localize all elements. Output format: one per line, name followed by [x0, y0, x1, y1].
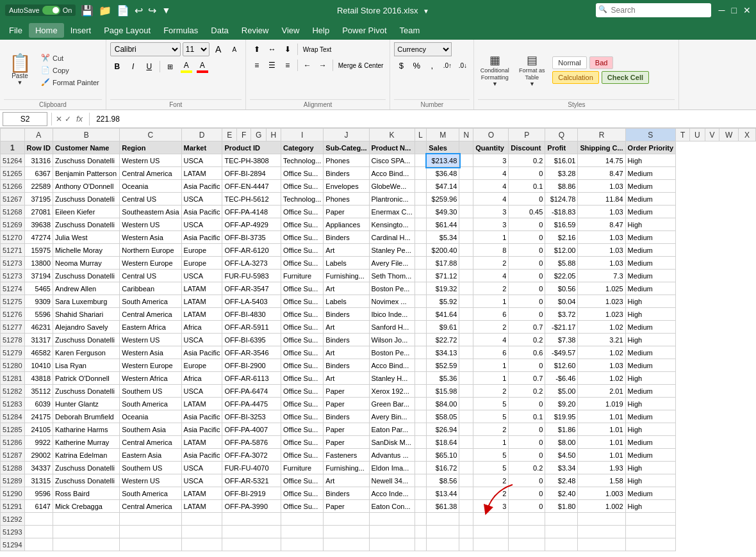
- table-cell[interactable]: 3: [473, 154, 509, 167]
- format-painter-button[interactable]: 🖌️ Format Painter: [38, 77, 102, 88]
- table-cell[interactable]: $8.00: [545, 436, 578, 449]
- table-cell[interactable]: 8.47: [578, 167, 625, 180]
- table-cell[interactable]: Medium: [625, 231, 676, 244]
- table-cell[interactable]: High: [625, 398, 676, 410]
- table-cell[interactable]: [415, 372, 427, 385]
- table-cell[interactable]: Office Su...: [281, 385, 324, 398]
- close-icon[interactable]: ✕: [743, 5, 751, 15]
- table-cell[interactable]: 47274: [24, 231, 53, 244]
- table-cell[interactable]: 1.023: [578, 295, 625, 308]
- table-cell[interactable]: 0: [509, 270, 545, 282]
- align-center-button[interactable]: ☰: [265, 58, 279, 72]
- menu-help[interactable]: Help: [306, 23, 336, 38]
- table-cell[interactable]: [415, 154, 427, 167]
- table-cell[interactable]: Medium: [625, 449, 676, 462]
- table-cell[interactable]: Zuschuss Donatelli: [53, 193, 120, 206]
- table-cell[interactable]: Medium: [625, 436, 676, 449]
- table-cell[interactable]: Eldon Ima...: [369, 462, 415, 474]
- table-cell[interactable]: Technolog...: [281, 154, 324, 167]
- table-cell[interactable]: [415, 321, 427, 334]
- table-cell[interactable]: 0: [509, 308, 545, 321]
- align-right-button[interactable]: ≡: [281, 58, 295, 72]
- table-cell[interactable]: Zuschuss Donatelli: [53, 218, 120, 231]
- table-cell[interactable]: 1.03: [578, 206, 625, 218]
- table-cell[interactable]: 1.03: [578, 231, 625, 244]
- table-cell[interactable]: [415, 500, 427, 513]
- table-cell[interactable]: [281, 526, 324, 538]
- table-cell[interactable]: 0: [509, 500, 545, 513]
- align-middle-button[interactable]: ↔: [265, 42, 279, 56]
- table-cell[interactable]: Binders: [324, 487, 369, 500]
- table-cell[interactable]: USCA: [181, 474, 222, 487]
- table-cell[interactable]: 0.2: [509, 462, 545, 474]
- table-cell[interactable]: GlobeWe...: [369, 180, 415, 193]
- table-cell[interactable]: Office Su...: [281, 244, 324, 257]
- table-cell[interactable]: 0: [509, 167, 545, 180]
- menu-file[interactable]: File: [3, 23, 29, 38]
- table-cell[interactable]: [181, 513, 222, 526]
- table-cell[interactable]: 0: [509, 474, 545, 487]
- table-cell[interactable]: Medium: [625, 359, 676, 372]
- table-cell[interactable]: 1: [473, 231, 509, 244]
- table-cell[interactable]: Office Su...: [281, 282, 324, 295]
- table-cell[interactable]: 9596: [24, 487, 53, 500]
- table-cell[interactable]: Medium: [625, 346, 676, 359]
- table-cell[interactable]: 9309: [24, 295, 53, 308]
- more-tools-icon[interactable]: ▼: [161, 5, 170, 15]
- table-cell[interactable]: 2.01: [578, 385, 625, 398]
- table-cell[interactable]: Zuschuss Donatelli: [53, 334, 120, 346]
- table-cell[interactable]: [459, 167, 473, 180]
- table-cell[interactable]: High: [625, 334, 676, 346]
- align-top-button[interactable]: ⬆: [250, 42, 264, 56]
- table-cell[interactable]: 0.1: [509, 410, 545, 423]
- table-cell[interactable]: Southern Asia: [120, 423, 181, 436]
- table-cell[interactable]: 1.93: [578, 462, 625, 474]
- table-cell[interactable]: [415, 436, 427, 449]
- table-cell[interactable]: Labels: [324, 295, 369, 308]
- table-cell[interactable]: SanDisk M...: [369, 436, 415, 449]
- table-cell[interactable]: $1.80: [545, 500, 578, 513]
- table-cell[interactable]: Caribbean: [120, 282, 181, 295]
- table-cell[interactable]: Art: [324, 244, 369, 257]
- table-cell[interactable]: $65.10: [427, 449, 459, 462]
- menu-data[interactable]: Data: [204, 23, 234, 38]
- table-cell[interactable]: [181, 526, 222, 538]
- col-l[interactable]: L: [415, 129, 427, 141]
- table-cell[interactable]: 11.84: [578, 193, 625, 206]
- table-cell[interactable]: Avery Bin...: [369, 410, 415, 423]
- table-cell[interactable]: 5: [473, 449, 509, 462]
- table-cell[interactable]: 1.023: [578, 308, 625, 321]
- table-cell[interactable]: 10410: [24, 359, 53, 372]
- table-cell[interactable]: 1.03: [578, 257, 625, 270]
- table-cell[interactable]: 0.7: [509, 321, 545, 334]
- table-cell[interactable]: [459, 257, 473, 270]
- table-cell[interactable]: [415, 398, 427, 410]
- table-cell[interactable]: $47.14: [427, 180, 459, 193]
- table-cell[interactable]: Medium: [625, 180, 676, 193]
- table-cell[interactable]: $7.38: [545, 334, 578, 346]
- table-cell[interactable]: 0: [509, 449, 545, 462]
- col-v[interactable]: V: [705, 129, 719, 141]
- table-cell[interactable]: $19.32: [427, 282, 459, 295]
- table-cell[interactable]: [459, 180, 473, 193]
- table-cell[interactable]: LATAM: [181, 487, 222, 500]
- decrease-indent-button[interactable]: ←: [300, 58, 315, 72]
- table-cell[interactable]: Andrew Allen: [53, 282, 120, 295]
- table-cell[interactable]: [53, 513, 120, 526]
- table-cell[interactable]: 2: [473, 321, 509, 334]
- table-cell[interactable]: OFF-AR-6113: [222, 372, 281, 385]
- table-cell[interactable]: $2.40: [545, 487, 578, 500]
- table-cell[interactable]: Office Su...: [281, 359, 324, 372]
- table-cell[interactable]: [415, 334, 427, 346]
- table-cell[interactable]: [459, 526, 473, 538]
- table-cell[interactable]: Stanley Pe...: [369, 244, 415, 257]
- table-cell[interactable]: 0.2: [509, 334, 545, 346]
- font-size-decrease-button[interactable]: A: [227, 42, 242, 56]
- table-cell[interactable]: OFF-BI-2919: [222, 487, 281, 500]
- table-cell[interactable]: Western US: [120, 334, 181, 346]
- table-cell[interactable]: $3.72: [545, 308, 578, 321]
- merge-center-button[interactable]: Merge & Center: [336, 58, 386, 72]
- table-cell[interactable]: Cisco SPA...: [369, 154, 415, 167]
- table-cell[interactable]: 5596: [24, 308, 53, 321]
- table-cell[interactable]: [415, 270, 427, 282]
